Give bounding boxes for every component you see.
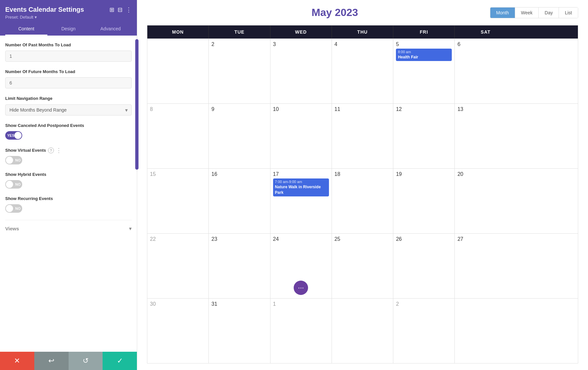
calendar-cell-1-1[interactable]: 9 [209, 104, 270, 168]
show-recurring-field: Show Recurring Events NO [5, 196, 132, 213]
help-icon[interactable]: ? [48, 147, 54, 153]
calendar-cell-1-0[interactable]: 8 [147, 104, 209, 168]
limit-nav-select-wrapper: Hide Months Beyond Range Disable Navigat… [5, 104, 132, 116]
undo-button[interactable]: ↩ [34, 352, 69, 370]
main-calendar: May 2023 Month Week Day List MON TUE WED… [137, 0, 588, 370]
toggle-no-label-hybrid: NO [15, 182, 21, 186]
calendar-grid: MON TUE WED THU FRI SAT 23458:00 amHealt… [147, 25, 578, 363]
view-month-button[interactable]: Month [490, 8, 515, 18]
more-options-icon[interactable]: ⋮ [56, 147, 62, 154]
calendar-cell-2-2[interactable]: 177:00 am-9:00 amNature Walk in Riversid… [270, 169, 332, 233]
views-chevron-icon: ▾ [129, 225, 132, 232]
sidebar-title: Events Calendar Settings [5, 6, 84, 13]
calendar-cell-4-4[interactable]: 2 [393, 299, 455, 363]
show-canceled-toggle-row: YES [5, 131, 132, 140]
preset-label[interactable]: Preset: Default ▾ [5, 15, 132, 20]
calendar-cell-1-3[interactable]: 11 [332, 104, 393, 168]
cell-date-0-5: 6 [457, 41, 514, 47]
view-buttons: Month Week Day List [490, 7, 578, 18]
redo-button[interactable]: ↺ [69, 352, 103, 370]
calendar-cell-3-3[interactable]: 25 [332, 234, 393, 298]
calendar-cell-2-1[interactable]: 16 [209, 169, 270, 233]
calendar-cell-3-5[interactable]: 27 [455, 234, 516, 298]
show-hybrid-toggle[interactable]: NO [5, 180, 22, 189]
expand-icon[interactable]: ⊟ [118, 6, 122, 13]
calendar-cell-2-4[interactable]: 19 [393, 169, 455, 233]
show-hybrid-field: Show Hybrid Events NO [5, 172, 132, 189]
sidebar: Events Calendar Settings ⊞ ⊟ ⋮ Preset: D… [0, 0, 137, 370]
cell-date-3-5: 27 [457, 236, 514, 242]
day-header-tue: TUE [209, 25, 270, 39]
resize-handle[interactable] [135, 39, 139, 170]
future-months-label: Number Of Future Months To Load [5, 69, 132, 75]
calendar-week-2: 1516177:00 am-9:00 amNature Walk in Rive… [147, 168, 578, 233]
show-virtual-field: Show Virtual Events ? ⋮ NO [5, 147, 132, 164]
calendar-cell-0-5[interactable]: 6 [455, 39, 516, 103]
calendar-cell-3-0[interactable]: 22 [147, 234, 209, 298]
tab-content[interactable]: Content [5, 23, 47, 36]
settings-icon[interactable]: ⊞ [109, 6, 114, 13]
day-header-mon: MON [147, 25, 209, 39]
cell-date-1-2: 10 [273, 106, 329, 112]
floating-action-button[interactable]: ··· [294, 281, 308, 295]
past-months-input[interactable] [5, 51, 132, 62]
show-canceled-toggle[interactable]: YES [5, 131, 22, 140]
sidebar-body: Number Of Past Months To Load Number Of … [0, 36, 137, 352]
calendar-cell-0-0[interactable] [147, 39, 209, 103]
future-months-input[interactable] [5, 77, 132, 88]
cell-date-4-2: 1 [273, 301, 329, 307]
calendar-cell-4-0[interactable]: 30 [147, 299, 209, 363]
show-virtual-toggle[interactable]: NO [5, 156, 22, 164]
show-virtual-label: Show Virtual Events [5, 147, 46, 153]
calendar-cell-4-1[interactable]: 31 [209, 299, 270, 363]
cell-date-1-4: 12 [396, 106, 452, 112]
sidebar-title-icons: ⊞ ⊟ ⋮ [109, 6, 132, 13]
cell-date-0-1: 2 [211, 41, 267, 47]
save-button[interactable]: ✓ [103, 352, 137, 370]
calendar-cell-3-2[interactable]: 24··· [270, 234, 332, 298]
view-day-button[interactable]: Day [539, 8, 559, 18]
calendar-cell-2-5[interactable]: 20 [455, 169, 516, 233]
tab-advanced[interactable]: Advanced [90, 23, 132, 36]
more-icon[interactable]: ⋮ [126, 6, 132, 13]
limit-nav-select[interactable]: Hide Months Beyond Range Disable Navigat… [5, 104, 132, 116]
cell-date-1-0: 8 [150, 106, 206, 112]
view-list-button[interactable]: List [559, 8, 578, 18]
event-chip-2-2[interactable]: 7:00 am-9:00 amNature Walk in Riverside … [273, 178, 329, 196]
cell-date-2-5: 20 [457, 171, 514, 177]
event-chip-0-4[interactable]: 8:00 amHealth Fair [396, 49, 452, 61]
cancel-button[interactable]: ✕ [0, 352, 34, 370]
calendar-cell-1-2[interactable]: 10 [270, 104, 332, 168]
calendar-cell-0-3[interactable]: 4 [332, 39, 393, 103]
cell-date-0-3: 4 [335, 41, 390, 47]
tab-design[interactable]: Design [47, 23, 90, 36]
calendar-cell-4-2[interactable]: 1 [270, 299, 332, 363]
sidebar-tabs: Content Design Advanced [5, 23, 132, 36]
calendar-cell-3-1[interactable]: 23 [209, 234, 270, 298]
cell-date-0-2: 3 [273, 41, 329, 47]
day-header-wed: WED [270, 25, 332, 39]
calendar-week-3: 222324···252627 [147, 233, 578, 298]
show-recurring-toggle[interactable]: NO [5, 204, 22, 213]
calendar-cell-3-4[interactable]: 26 [393, 234, 455, 298]
calendar-cell-2-3[interactable]: 18 [332, 169, 393, 233]
calendar-cell-4-5[interactable] [455, 299, 516, 363]
calendar-cell-2-0[interactable]: 15 [147, 169, 209, 233]
cell-date-1-1: 9 [211, 106, 267, 112]
show-recurring-label: Show Recurring Events [5, 196, 132, 202]
views-section-header[interactable]: Views ▾ [5, 220, 132, 232]
show-virtual-toggle-row: NO [5, 156, 132, 164]
sidebar-title-row: Events Calendar Settings ⊞ ⊟ ⋮ [5, 6, 132, 13]
calendar-cell-0-4[interactable]: 58:00 amHealth Fair [393, 39, 455, 103]
redo-icon: ↺ [83, 357, 89, 365]
calendar-cell-0-1[interactable]: 2 [209, 39, 270, 103]
calendar-cell-4-3[interactable] [332, 299, 393, 363]
calendar-cell-0-2[interactable]: 3 [270, 39, 332, 103]
day-header-fri: FRI [393, 25, 455, 39]
calendar-cell-1-5[interactable]: 13 [455, 104, 516, 168]
view-week-button[interactable]: Week [515, 8, 539, 18]
cell-date-2-3: 18 [335, 171, 390, 177]
cell-date-2-2: 17 [273, 171, 329, 177]
calendar-header: May 2023 Month Week Day List [147, 7, 578, 19]
calendar-cell-1-4[interactable]: 12 [393, 104, 455, 168]
